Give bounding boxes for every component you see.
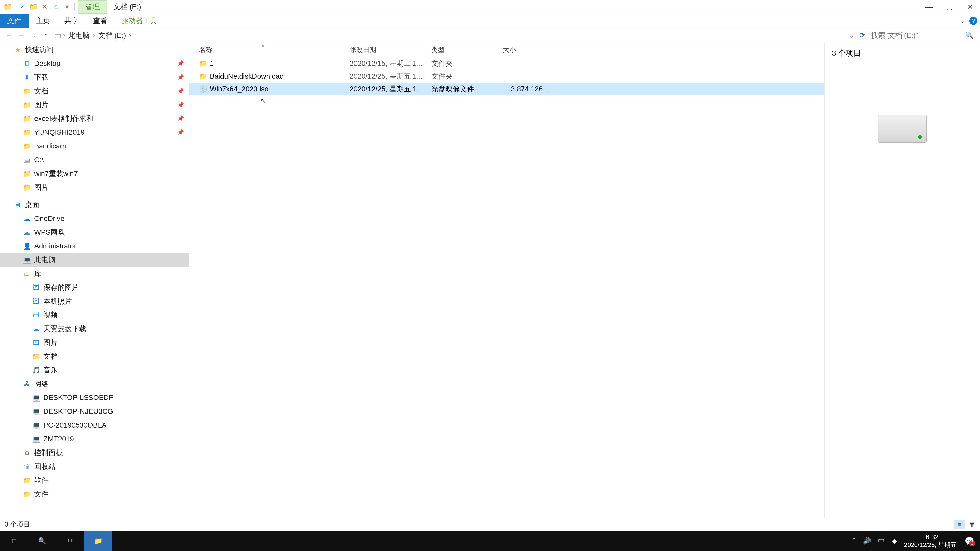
nav-lib-item[interactable]: 🎵音乐 <box>0 363 189 377</box>
nav-network-pc[interactable]: 💻PC-20190530OBLA <box>0 418 189 432</box>
col-date[interactable]: 修改日期 <box>350 45 431 54</box>
col-name[interactable]: 名称 <box>199 45 350 54</box>
taskbar-explorer[interactable]: 📁 <box>84 530 112 551</box>
nav-quick-item[interactable]: ⬇下载📌 <box>0 70 189 84</box>
col-size[interactable]: 大小 <box>503 45 554 54</box>
nav-lib-item[interactable]: 🖼图片 <box>0 336 189 349</box>
nav-wps[interactable]: ☁WPS网盘 <box>0 225 189 239</box>
nav-network-pc[interactable]: 💻ZMT2019 <box>0 432 189 446</box>
nav-quick-item[interactable]: 📁文档📌 <box>0 84 189 98</box>
nav-recent-dropdown[interactable]: ⌄ <box>27 31 40 40</box>
tray-clock[interactable]: 16:32 2020/12/25, 星期五 <box>904 533 956 549</box>
column-headers: 名称 ▴ 修改日期 类型 大小 <box>189 43 824 57</box>
contextual-tab-manage[interactable]: 管理 <box>78 0 107 14</box>
breadcrumb[interactable]: 🖴 › 此电脑 › 文档 (E:) › <box>52 30 846 40</box>
nav-label: 快速访问 <box>25 45 54 55</box>
help-icon[interactable]: ? <box>969 17 977 25</box>
ribbon-tab-share[interactable]: 共享 <box>57 14 86 28</box>
nav-software[interactable]: 📁软件 <box>0 473 189 487</box>
app-icon: 📁 <box>3 3 12 11</box>
qat-properties-icon[interactable]: ☑ <box>18 3 26 11</box>
nav-this-pc[interactable]: 💻此电脑 <box>0 253 189 267</box>
file-row[interactable]: 📁1 2020/12/15, 星期二 1... 文件夹 <box>189 57 824 70</box>
nav-quick-item[interactable]: 📁YUNQISHI2019📌 <box>0 125 189 139</box>
search-icon[interactable]: 🔍 <box>965 32 974 39</box>
nav-lib-item[interactable]: 🖼保存的图片 <box>0 281 189 294</box>
refresh-button[interactable]: ⟳ <box>857 31 867 40</box>
tray-overflow-icon[interactable]: ˄ <box>853 537 856 545</box>
wps-icon: ☁ <box>23 229 30 237</box>
nav-lib-item[interactable]: 🖼本机照片 <box>0 294 189 308</box>
close-button[interactable]: ✕ <box>959 0 980 14</box>
nav-quick-item[interactable]: 📁图片 <box>0 181 189 194</box>
nav-label: 文档 <box>43 351 58 361</box>
ribbon-tab-drive-tools[interactable]: 驱动器工具 <box>115 14 164 28</box>
nav-label: 图片 <box>34 100 48 110</box>
qat-delete-icon[interactable]: ✕ <box>41 3 49 11</box>
task-view-button[interactable]: ⧉ <box>56 530 84 551</box>
nav-control-panel[interactable]: ⚙控制面板 <box>0 446 189 460</box>
address-dropdown-icon[interactable]: ⌄ <box>846 31 857 40</box>
crumb-sep: › <box>129 32 131 40</box>
nav-onedrive[interactable]: ☁OneDrive <box>0 212 189 225</box>
crumb-current[interactable]: 文档 (E:) <box>97 30 127 40</box>
nav-lib-item[interactable]: 📁文档 <box>0 349 189 363</box>
nav-lib-item[interactable]: 🎞视频 <box>0 308 189 322</box>
nav-label: 回收站 <box>34 462 56 472</box>
nav-quick-item[interactable]: 📁excel表格制作求和📌 <box>0 112 189 125</box>
window-title: 文档 (E:) <box>107 2 147 12</box>
ribbon-collapse-icon[interactable]: ⌄ <box>960 17 966 25</box>
nav-network-pc[interactable]: 💻DESKTOP-NJEU3CG <box>0 405 189 418</box>
ribbon-tab-home[interactable]: 主页 <box>29 14 57 28</box>
nav-label: 天翼云盘下载 <box>43 324 86 333</box>
notification-badge: 3 <box>969 540 975 546</box>
tray-volume-icon[interactable]: 🔊 <box>863 537 871 545</box>
folder-icon: 📁 <box>23 142 30 150</box>
view-details-button[interactable]: ≡ <box>954 520 965 529</box>
folder-icon: 📁 <box>199 60 206 68</box>
crumb-this-pc[interactable]: 此电脑 <box>67 30 91 40</box>
nav-label: 文档 <box>34 86 48 96</box>
nav-quick-item[interactable]: 📁win7重装win7 <box>0 167 189 181</box>
qat-customize-icon[interactable]: ▾ <box>63 3 71 11</box>
minimize-button[interactable]: — <box>919 0 939 14</box>
file-row[interactable]: 📁BaiduNetdiskDownload 2020/12/25, 星期五 1.… <box>189 70 824 83</box>
nav-network-pc[interactable]: 💻DESKTOP-LSSOEDP <box>0 391 189 405</box>
search-button[interactable]: 🔍 <box>28 530 56 551</box>
nav-lib-item[interactable]: ☁天翼云盘下载 <box>0 322 189 336</box>
nav-label: G:\ <box>34 156 44 164</box>
nav-quick-item[interactable]: 🖥Desktop📌 <box>0 57 189 70</box>
nav-desktop[interactable]: 🖥 桌面 <box>0 198 189 212</box>
file-type: 光盘映像文件 <box>431 84 503 94</box>
nav-up-button[interactable]: ↑ <box>40 32 52 40</box>
pc-icon: 💻 <box>32 394 40 402</box>
file-name: BaiduNetdiskDownload <box>210 72 284 80</box>
tray-ime-indicator[interactable]: 中 <box>878 537 885 545</box>
file-row-selected[interactable]: 💿Win7x64_2020.iso 2020/12/25, 星期五 1... 光… <box>189 83 824 95</box>
start-button[interactable]: ⊞ <box>0 530 28 551</box>
ribbon-tab-view[interactable]: 查看 <box>86 14 115 28</box>
nav-quick-item[interactable]: 📁图片📌 <box>0 98 189 112</box>
nav-back-button[interactable]: ← <box>3 32 15 40</box>
col-type[interactable]: 类型 <box>431 45 503 54</box>
search-input[interactable] <box>871 32 965 40</box>
nav-recycle-bin[interactable]: 🗑回收站 <box>0 460 189 473</box>
qat-undo-icon[interactable]: ⎌ <box>52 3 60 11</box>
nav-quick-item[interactable]: 🖴G:\ <box>0 153 189 167</box>
view-icons-button[interactable]: ▦ <box>966 520 977 529</box>
nav-files[interactable]: 📁文件 <box>0 487 189 501</box>
nav-quick-item[interactable]: 📁Bandicam <box>0 139 189 153</box>
nav-user[interactable]: 👤Administrator <box>0 239 189 253</box>
file-date: 2020/12/15, 星期二 1... <box>350 59 431 68</box>
nav-network[interactable]: 🖧网络 <box>0 377 189 391</box>
ribbon-tab-file[interactable]: 文件 <box>0 14 29 28</box>
nav-libraries[interactable]: 🗂库 <box>0 267 189 281</box>
action-center-icon[interactable]: 💬3 <box>964 535 975 546</box>
maximize-button[interactable]: ▢ <box>939 0 959 14</box>
qat-new-folder-icon[interactable]: 📁 <box>29 3 38 11</box>
control-panel-icon: ⚙ <box>23 449 30 457</box>
nav-quick-access[interactable]: ★ 快速访问 <box>0 43 189 57</box>
tray-app-icon[interactable]: ◆ <box>892 537 897 545</box>
search-box[interactable]: 🔍 <box>867 32 977 40</box>
nav-forward-button[interactable]: → <box>15 32 27 40</box>
